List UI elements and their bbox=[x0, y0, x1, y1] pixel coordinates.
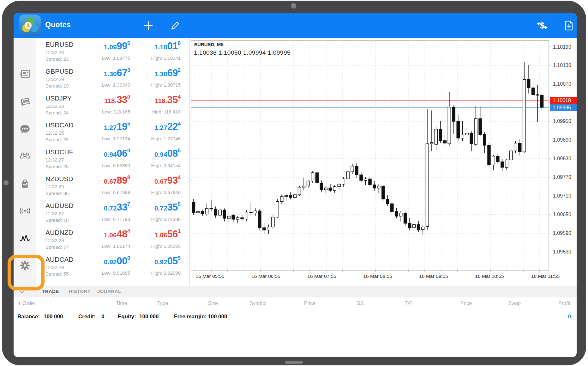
bearish-candle bbox=[417, 224, 420, 229]
quote-bid-price: 0.72337 bbox=[104, 202, 130, 213]
quote-row[interactable]: AUDNZD 12:32:29 Spread: 77 1.06484 1.065… bbox=[36, 226, 189, 253]
quote-low: Low: 1.06174 bbox=[102, 243, 130, 249]
svg-text:1.10130: 1.10130 bbox=[553, 63, 571, 68]
bullish-candle bbox=[351, 166, 354, 172]
tab-history[interactable]: HISTORY bbox=[69, 289, 91, 294]
bullish-candle bbox=[346, 172, 349, 179]
balance-value: 100 000 bbox=[44, 314, 63, 320]
quote-row[interactable]: EURUSD 12:32:28 Spread: 23 1.09995 1.100… bbox=[36, 38, 189, 65]
quote-spread: Spread: 77 bbox=[45, 244, 69, 250]
bearish-candle bbox=[315, 173, 318, 183]
column-type: Type bbox=[157, 301, 168, 306]
chat-icon[interactable] bbox=[19, 123, 31, 135]
quote-row[interactable]: NZDUSD 12:32:29 Spread: 36 0.67898 0.679… bbox=[36, 172, 189, 199]
balance-label: Balance: bbox=[17, 314, 40, 320]
bearish-candle bbox=[369, 179, 371, 185]
community-icon[interactable] bbox=[19, 150, 31, 162]
bearish-candle bbox=[373, 185, 376, 188]
sidebar bbox=[14, 38, 36, 286]
bullish-candle bbox=[219, 210, 221, 215]
bullish-candle bbox=[377, 186, 380, 188]
bearish-candle bbox=[249, 212, 252, 213]
quote-high: High: 0.72388 bbox=[151, 217, 181, 222]
bullish-candle bbox=[227, 216, 230, 218]
quote-time: 12:32:27 bbox=[45, 211, 64, 216]
svg-text:1.09830: 1.09830 bbox=[553, 156, 571, 161]
tab-trade[interactable]: TRADE bbox=[42, 289, 59, 294]
quote-time: 12:32:29 bbox=[45, 76, 64, 82]
calendar-icon[interactable] bbox=[19, 95, 31, 107]
bullish-candle bbox=[465, 133, 468, 135]
bullish-candle bbox=[245, 212, 248, 219]
bullish-candle bbox=[448, 107, 451, 144]
quote-high: High: 0.94154 bbox=[151, 163, 181, 168]
page-title: Quotes bbox=[45, 21, 71, 29]
column-tp: T/P bbox=[405, 301, 413, 306]
side-button-dot bbox=[3, 180, 9, 185]
bearish-candle bbox=[439, 129, 442, 141]
bearish-candle bbox=[532, 88, 535, 95]
edit-button[interactable] bbox=[167, 17, 183, 34]
settings-icon[interactable] bbox=[19, 259, 31, 271]
quote-low: Low: 118.165 bbox=[102, 109, 130, 114]
chart-symbol-label: EURUSD, M5 bbox=[194, 42, 224, 47]
bearish-candle bbox=[457, 121, 459, 138]
quote-time: 12:32:29 bbox=[45, 184, 64, 189]
home-handle bbox=[285, 361, 303, 364]
quote-row[interactable]: USDJPY 12:32:28 Spread: 24 118.330 118.3… bbox=[36, 92, 189, 119]
quote-low: Low: 1.27134 bbox=[102, 136, 130, 141]
quote-row[interactable]: AUDUSD 12:32:27 Spread: 18 0.72337 0.723… bbox=[36, 199, 189, 226]
bullish-candle bbox=[505, 160, 508, 168]
bullish-candle bbox=[303, 186, 305, 187]
bullish-candle bbox=[435, 129, 437, 144]
bearish-candle bbox=[496, 156, 499, 162]
balance-label: Credit: bbox=[78, 314, 96, 320]
mt4-logo: 4 bbox=[18, 14, 41, 37]
quote-low: Low: 0.93890 bbox=[102, 163, 130, 168]
market-icon[interactable] bbox=[19, 178, 31, 190]
bullish-candle bbox=[311, 173, 314, 181]
candlestick-chart[interactable]: 1.101901.101301.100701.099501.098901.098… bbox=[190, 38, 577, 286]
bullish-candle bbox=[461, 135, 464, 138]
tab-journal[interactable]: JOURNAL bbox=[97, 289, 121, 294]
svg-text:4: 4 bbox=[27, 22, 30, 29]
funds-transfer-icon[interactable]: $ bbox=[534, 17, 550, 34]
news-icon[interactable] bbox=[19, 68, 31, 80]
quote-bid-price: 1.06484 bbox=[104, 229, 130, 240]
svg-text:1.10190: 1.10190 bbox=[553, 44, 571, 50]
bearish-candle bbox=[404, 213, 407, 223]
bearish-candle bbox=[395, 211, 398, 216]
quote-row[interactable]: GBPUSD 12:32:29 Spread: 19 1.30673 1.306… bbox=[36, 65, 189, 92]
column-order[interactable]: ↑Order bbox=[18, 301, 35, 306]
bearish-candle bbox=[355, 166, 358, 175]
bullish-candle bbox=[399, 213, 402, 216]
balance-label: Equity: bbox=[118, 314, 136, 320]
svg-text:1.09530: 1.09530 bbox=[553, 249, 571, 254]
column-price-2: Price bbox=[460, 301, 472, 306]
add-symbol-button[interactable] bbox=[140, 17, 157, 34]
quote-row[interactable]: USDCHF 12:32:27 Spread: 25 0.94060 0.940… bbox=[36, 145, 189, 173]
quote-time: 12:32:28 bbox=[45, 50, 64, 55]
chart-panel[interactable]: 1.101901.101301.100701.099501.098901.098… bbox=[189, 38, 577, 286]
signals-icon[interactable] bbox=[19, 205, 31, 217]
bullish-candle bbox=[236, 218, 239, 219]
quotes-list: EURUSD 12:32:28 Spread: 23 1.09995 1.100… bbox=[36, 38, 189, 286]
quote-row[interactable]: AUDCAD 12:32:29 Spread: 55 0.92000 0.920… bbox=[36, 253, 189, 280]
svg-text:1.09995: 1.09995 bbox=[553, 105, 571, 110]
quote-row[interactable]: USDCAD 12:32:25 Spread: 29 1.27195 1.272… bbox=[36, 119, 189, 146]
bullish-candle bbox=[196, 211, 199, 213]
collapse-chevron-icon[interactable] bbox=[21, 290, 24, 293]
quote-symbol: USDCHF bbox=[45, 148, 73, 156]
quote-bid-price: 118.330 bbox=[104, 94, 130, 106]
charts-icon[interactable] bbox=[19, 232, 31, 244]
column-time: Time bbox=[116, 301, 127, 306]
bearish-candle bbox=[329, 188, 332, 190]
new-order-button[interactable] bbox=[561, 17, 577, 34]
bearish-candle bbox=[258, 211, 261, 228]
bearish-candle bbox=[527, 79, 530, 88]
bullish-candle bbox=[272, 217, 274, 227]
quote-spread: Spread: 55 bbox=[45, 271, 69, 277]
bullish-candle bbox=[492, 156, 495, 165]
svg-text:16 Mar 09:55: 16 Mar 09:55 bbox=[419, 273, 448, 279]
quote-high: High: 0.67940 bbox=[151, 190, 181, 195]
